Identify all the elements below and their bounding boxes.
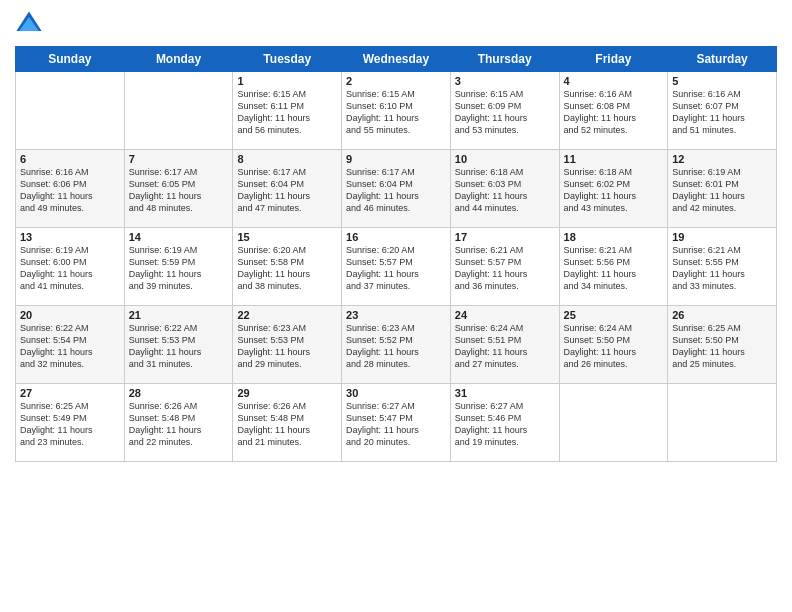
day-number: 3 — [455, 75, 555, 87]
calendar-week-4: 20Sunrise: 6:22 AM Sunset: 5:54 PM Dayli… — [16, 306, 777, 384]
day-info: Sunrise: 6:27 AM Sunset: 5:46 PM Dayligh… — [455, 400, 555, 449]
day-number: 29 — [237, 387, 337, 399]
day-number: 1 — [237, 75, 337, 87]
calendar-cell: 8Sunrise: 6:17 AM Sunset: 6:04 PM Daylig… — [233, 150, 342, 228]
day-info: Sunrise: 6:25 AM Sunset: 5:50 PM Dayligh… — [672, 322, 772, 371]
calendar-cell — [668, 384, 777, 462]
day-number: 10 — [455, 153, 555, 165]
calendar-cell — [559, 384, 668, 462]
calendar-table: SundayMondayTuesdayWednesdayThursdayFrid… — [15, 46, 777, 462]
day-number: 16 — [346, 231, 446, 243]
logo — [15, 10, 47, 38]
day-info: Sunrise: 6:26 AM Sunset: 5:48 PM Dayligh… — [129, 400, 229, 449]
day-info: Sunrise: 6:16 AM Sunset: 6:08 PM Dayligh… — [564, 88, 664, 137]
day-number: 2 — [346, 75, 446, 87]
day-number: 7 — [129, 153, 229, 165]
calendar-header-saturday: Saturday — [668, 47, 777, 72]
calendar-cell: 22Sunrise: 6:23 AM Sunset: 5:53 PM Dayli… — [233, 306, 342, 384]
calendar-cell: 26Sunrise: 6:25 AM Sunset: 5:50 PM Dayli… — [668, 306, 777, 384]
day-number: 26 — [672, 309, 772, 321]
day-info: Sunrise: 6:16 AM Sunset: 6:07 PM Dayligh… — [672, 88, 772, 137]
calendar-cell: 15Sunrise: 6:20 AM Sunset: 5:58 PM Dayli… — [233, 228, 342, 306]
day-info: Sunrise: 6:21 AM Sunset: 5:55 PM Dayligh… — [672, 244, 772, 293]
calendar-cell: 16Sunrise: 6:20 AM Sunset: 5:57 PM Dayli… — [342, 228, 451, 306]
day-number: 14 — [129, 231, 229, 243]
calendar-cell: 27Sunrise: 6:25 AM Sunset: 5:49 PM Dayli… — [16, 384, 125, 462]
day-info: Sunrise: 6:16 AM Sunset: 6:06 PM Dayligh… — [20, 166, 120, 215]
calendar-cell: 2Sunrise: 6:15 AM Sunset: 6:10 PM Daylig… — [342, 72, 451, 150]
calendar-cell: 1Sunrise: 6:15 AM Sunset: 6:11 PM Daylig… — [233, 72, 342, 150]
calendar-week-5: 27Sunrise: 6:25 AM Sunset: 5:49 PM Dayli… — [16, 384, 777, 462]
calendar-cell — [124, 72, 233, 150]
day-info: Sunrise: 6:19 AM Sunset: 6:01 PM Dayligh… — [672, 166, 772, 215]
calendar-cell: 31Sunrise: 6:27 AM Sunset: 5:46 PM Dayli… — [450, 384, 559, 462]
calendar-cell: 28Sunrise: 6:26 AM Sunset: 5:48 PM Dayli… — [124, 384, 233, 462]
day-number: 8 — [237, 153, 337, 165]
day-number: 20 — [20, 309, 120, 321]
day-number: 19 — [672, 231, 772, 243]
calendar-header-monday: Monday — [124, 47, 233, 72]
calendar-cell: 23Sunrise: 6:23 AM Sunset: 5:52 PM Dayli… — [342, 306, 451, 384]
calendar-cell: 3Sunrise: 6:15 AM Sunset: 6:09 PM Daylig… — [450, 72, 559, 150]
day-number: 25 — [564, 309, 664, 321]
calendar-week-2: 6Sunrise: 6:16 AM Sunset: 6:06 PM Daylig… — [16, 150, 777, 228]
calendar-cell: 13Sunrise: 6:19 AM Sunset: 6:00 PM Dayli… — [16, 228, 125, 306]
day-number: 28 — [129, 387, 229, 399]
day-number: 30 — [346, 387, 446, 399]
day-number: 24 — [455, 309, 555, 321]
day-info: Sunrise: 6:27 AM Sunset: 5:47 PM Dayligh… — [346, 400, 446, 449]
calendar-cell: 18Sunrise: 6:21 AM Sunset: 5:56 PM Dayli… — [559, 228, 668, 306]
day-number: 4 — [564, 75, 664, 87]
calendar-header-wednesday: Wednesday — [342, 47, 451, 72]
calendar-cell: 21Sunrise: 6:22 AM Sunset: 5:53 PM Dayli… — [124, 306, 233, 384]
day-info: Sunrise: 6:24 AM Sunset: 5:50 PM Dayligh… — [564, 322, 664, 371]
day-number: 23 — [346, 309, 446, 321]
calendar-cell: 24Sunrise: 6:24 AM Sunset: 5:51 PM Dayli… — [450, 306, 559, 384]
calendar-week-3: 13Sunrise: 6:19 AM Sunset: 6:00 PM Dayli… — [16, 228, 777, 306]
calendar-cell: 30Sunrise: 6:27 AM Sunset: 5:47 PM Dayli… — [342, 384, 451, 462]
day-info: Sunrise: 6:17 AM Sunset: 6:04 PM Dayligh… — [237, 166, 337, 215]
day-info: Sunrise: 6:15 AM Sunset: 6:10 PM Dayligh… — [346, 88, 446, 137]
day-info: Sunrise: 6:24 AM Sunset: 5:51 PM Dayligh… — [455, 322, 555, 371]
day-info: Sunrise: 6:23 AM Sunset: 5:53 PM Dayligh… — [237, 322, 337, 371]
calendar-cell: 29Sunrise: 6:26 AM Sunset: 5:48 PM Dayli… — [233, 384, 342, 462]
calendar-cell — [16, 72, 125, 150]
calendar-week-1: 1Sunrise: 6:15 AM Sunset: 6:11 PM Daylig… — [16, 72, 777, 150]
page: SundayMondayTuesdayWednesdayThursdayFrid… — [0, 0, 792, 612]
day-number: 31 — [455, 387, 555, 399]
day-info: Sunrise: 6:18 AM Sunset: 6:03 PM Dayligh… — [455, 166, 555, 215]
calendar-cell: 20Sunrise: 6:22 AM Sunset: 5:54 PM Dayli… — [16, 306, 125, 384]
calendar-cell: 25Sunrise: 6:24 AM Sunset: 5:50 PM Dayli… — [559, 306, 668, 384]
day-number: 12 — [672, 153, 772, 165]
day-info: Sunrise: 6:20 AM Sunset: 5:58 PM Dayligh… — [237, 244, 337, 293]
calendar-cell: 4Sunrise: 6:16 AM Sunset: 6:08 PM Daylig… — [559, 72, 668, 150]
calendar-cell: 6Sunrise: 6:16 AM Sunset: 6:06 PM Daylig… — [16, 150, 125, 228]
day-number: 22 — [237, 309, 337, 321]
day-number: 21 — [129, 309, 229, 321]
day-info: Sunrise: 6:21 AM Sunset: 5:56 PM Dayligh… — [564, 244, 664, 293]
calendar-header-friday: Friday — [559, 47, 668, 72]
calendar-cell: 19Sunrise: 6:21 AM Sunset: 5:55 PM Dayli… — [668, 228, 777, 306]
calendar-cell: 11Sunrise: 6:18 AM Sunset: 6:02 PM Dayli… — [559, 150, 668, 228]
calendar-cell: 14Sunrise: 6:19 AM Sunset: 5:59 PM Dayli… — [124, 228, 233, 306]
day-info: Sunrise: 6:22 AM Sunset: 5:54 PM Dayligh… — [20, 322, 120, 371]
day-info: Sunrise: 6:22 AM Sunset: 5:53 PM Dayligh… — [129, 322, 229, 371]
day-number: 17 — [455, 231, 555, 243]
day-info: Sunrise: 6:18 AM Sunset: 6:02 PM Dayligh… — [564, 166, 664, 215]
calendar-cell: 7Sunrise: 6:17 AM Sunset: 6:05 PM Daylig… — [124, 150, 233, 228]
day-number: 15 — [237, 231, 337, 243]
calendar-header-row: SundayMondayTuesdayWednesdayThursdayFrid… — [16, 47, 777, 72]
header — [15, 10, 777, 38]
day-number: 5 — [672, 75, 772, 87]
day-info: Sunrise: 6:17 AM Sunset: 6:04 PM Dayligh… — [346, 166, 446, 215]
day-number: 11 — [564, 153, 664, 165]
day-info: Sunrise: 6:25 AM Sunset: 5:49 PM Dayligh… — [20, 400, 120, 449]
day-info: Sunrise: 6:15 AM Sunset: 6:09 PM Dayligh… — [455, 88, 555, 137]
calendar-header-sunday: Sunday — [16, 47, 125, 72]
day-number: 18 — [564, 231, 664, 243]
day-info: Sunrise: 6:19 AM Sunset: 5:59 PM Dayligh… — [129, 244, 229, 293]
day-info: Sunrise: 6:17 AM Sunset: 6:05 PM Dayligh… — [129, 166, 229, 215]
logo-icon — [15, 10, 43, 38]
day-info: Sunrise: 6:20 AM Sunset: 5:57 PM Dayligh… — [346, 244, 446, 293]
day-number: 27 — [20, 387, 120, 399]
